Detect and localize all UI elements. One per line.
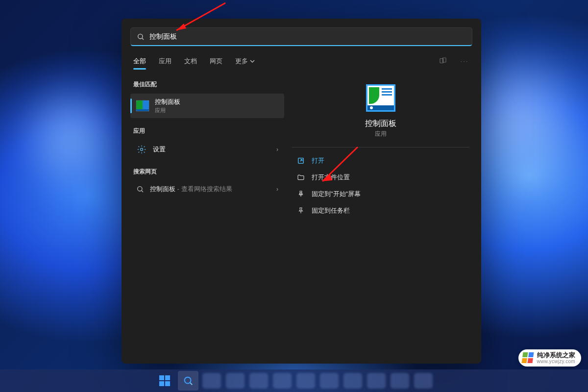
svg-point-5 bbox=[138, 187, 142, 191]
control-panel-large-icon bbox=[366, 84, 395, 112]
action-open-location[interactable]: 打开文件位置 bbox=[292, 169, 469, 186]
taskbar-app[interactable] bbox=[343, 371, 363, 391]
action-open[interactable]: 打开 bbox=[292, 152, 469, 169]
detail-title: 控制面板 bbox=[365, 119, 396, 129]
divider bbox=[292, 147, 469, 147]
action-label: 固定到"开始"屏幕 bbox=[312, 190, 361, 198]
result-web-search[interactable]: 控制面板 - 查看网络搜索结果 › bbox=[130, 181, 284, 197]
tab-web[interactable]: 网页 bbox=[210, 54, 222, 71]
taskbar-app[interactable] bbox=[248, 371, 269, 391]
search-bar[interactable] bbox=[130, 27, 472, 46]
svg-line-6 bbox=[142, 191, 143, 192]
control-panel-icon bbox=[136, 100, 149, 111]
gear-icon bbox=[136, 144, 147, 155]
account-icon[interactable] bbox=[436, 54, 450, 68]
action-pin-taskbar[interactable]: 固定到任务栏 bbox=[292, 202, 469, 219]
taskbar-app[interactable] bbox=[413, 371, 434, 391]
more-options-icon[interactable]: ··· bbox=[458, 54, 471, 68]
action-label: 打开文件位置 bbox=[312, 173, 350, 182]
watermark-logo bbox=[521, 352, 534, 363]
tab-more-label: 更多 bbox=[235, 57, 248, 66]
watermark: 纯净系统之家 www.ycwjzy.com bbox=[518, 349, 581, 367]
section-search-web: 搜索网页 bbox=[133, 168, 281, 176]
action-label: 打开 bbox=[312, 156, 324, 165]
search-icon bbox=[137, 33, 145, 41]
search-icon bbox=[183, 375, 194, 386]
windows-logo-icon bbox=[159, 375, 170, 386]
result-subtitle: 应用 bbox=[155, 107, 180, 114]
open-icon bbox=[297, 157, 305, 165]
taskbar-app[interactable] bbox=[272, 371, 293, 391]
search-icon bbox=[136, 185, 144, 193]
taskbar-app[interactable] bbox=[390, 371, 410, 391]
search-input[interactable] bbox=[149, 33, 466, 41]
tab-more[interactable]: 更多 bbox=[235, 54, 255, 71]
taskbar[interactable] bbox=[0, 369, 588, 392]
action-pin-start[interactable]: 固定到"开始"屏幕 bbox=[292, 186, 469, 202]
svg-line-1 bbox=[142, 38, 144, 40]
result-title: 设置 bbox=[153, 145, 166, 154]
watermark-url: www.ycwjzy.com bbox=[537, 359, 575, 364]
folder-icon bbox=[297, 173, 305, 181]
start-button[interactable] bbox=[154, 371, 175, 391]
section-apps: 应用 bbox=[133, 127, 281, 135]
chevron-right-icon: › bbox=[276, 186, 278, 193]
search-tabs: 全部 应用 文档 网页 更多 ··· bbox=[122, 51, 481, 71]
taskbar-app[interactable] bbox=[225, 371, 245, 391]
taskbar-app[interactable] bbox=[319, 371, 340, 391]
svg-point-12 bbox=[185, 377, 191, 384]
chevron-right-icon: › bbox=[276, 146, 278, 153]
pin-icon bbox=[297, 207, 305, 215]
svg-line-13 bbox=[190, 383, 192, 385]
svg-point-0 bbox=[138, 34, 143, 38]
detail-pane: 控制面板 应用 打开 打开文件位置 固定到"开始"屏幕 bbox=[288, 71, 481, 364]
result-control-panel[interactable]: 控制面板 应用 bbox=[130, 94, 284, 118]
search-window: 全部 应用 文档 网页 更多 ··· 最佳匹配 控制面板 应用 bbox=[122, 19, 481, 364]
tab-all[interactable]: 全部 bbox=[133, 54, 146, 71]
tab-apps[interactable]: 应用 bbox=[159, 54, 172, 71]
result-settings[interactable]: 设置 › bbox=[130, 140, 284, 159]
pin-icon bbox=[297, 190, 305, 198]
detail-subtitle: 应用 bbox=[375, 130, 387, 138]
result-web-text: 控制面板 - 查看网络搜索结果 bbox=[150, 185, 232, 194]
taskbar-search-button[interactable] bbox=[178, 371, 198, 391]
watermark-title: 纯净系统之家 bbox=[537, 352, 575, 359]
chevron-down-icon bbox=[250, 59, 255, 64]
results-column: 最佳匹配 控制面板 应用 应用 设置 › 搜索网页 bbox=[122, 71, 288, 364]
taskbar-app[interactable] bbox=[201, 371, 222, 391]
taskbar-app[interactable] bbox=[366, 371, 387, 391]
action-label: 固定到任务栏 bbox=[312, 206, 350, 215]
section-best-match: 最佳匹配 bbox=[133, 80, 281, 89]
result-title: 控制面板 bbox=[155, 98, 180, 106]
taskbar-app[interactable] bbox=[295, 371, 316, 391]
tab-documents[interactable]: 文档 bbox=[184, 54, 197, 71]
svg-point-4 bbox=[141, 148, 143, 151]
